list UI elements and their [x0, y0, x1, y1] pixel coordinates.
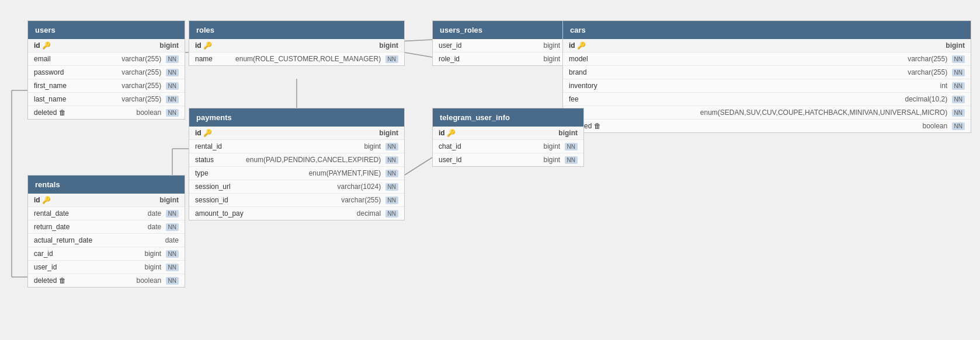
table-telegram-user-info: telegram_user_info id 🔑 bigint chat_id b…	[432, 108, 584, 167]
table-row: model varchar(255) NN	[563, 52, 971, 66]
table-row: id 🔑 bigint	[28, 39, 185, 52]
table-row: session_url varchar(1024) NN	[189, 180, 404, 194]
table-roles-header: roles	[189, 21, 404, 39]
table-row: type enum(PAYMENT,FINE) NN	[189, 167, 404, 180]
table-users: users id 🔑 bigint email varchar(255) NN …	[27, 20, 185, 120]
table-telegram-user-info-header: telegram_user_info	[433, 108, 583, 127]
table-row: deleted 🗑 boolean NN	[28, 106, 185, 119]
table-row: fee decimal(10,2) NN	[563, 93, 971, 106]
table-cars: cars id 🔑 bigint model varchar(255) NN b…	[562, 20, 971, 133]
table-row: first_name varchar(255) NN	[28, 79, 185, 93]
table-row: actual_return_date date	[28, 234, 185, 247]
table-row: status enum(PAID,PENDING,CANCEL,EXPIRED)…	[189, 153, 404, 167]
table-row: user_id bigint NN	[433, 153, 583, 166]
table-rentals-header: rentals	[28, 176, 185, 194]
table-roles: roles id 🔑 bigint name enum(ROLE_CUSTOME…	[189, 20, 405, 66]
table-row: id 🔑 bigint	[28, 194, 185, 207]
table-users-roles-header: users_roles	[433, 21, 583, 39]
table-payments-header: payments	[189, 108, 404, 127]
table-row: car_id bigint NN	[28, 247, 185, 261]
table-row: id 🔑 bigint	[563, 39, 971, 52]
table-row: brand varchar(255) NN	[563, 66, 971, 79]
table-row: rental_date date NN	[28, 207, 185, 220]
table-row: user_id bigint NN	[433, 39, 583, 52]
table-row: name enum(ROLE_CUSTOMER,ROLE_MANAGER) NN	[189, 52, 404, 65]
table-row: id 🔑 bigint	[189, 127, 404, 140]
table-row: return_date date NN	[28, 220, 185, 234]
table-row: amount_to_pay decimal NN	[189, 207, 404, 220]
table-row: type enum(SEDAN,SUV,CUV,COUPE,HATCHBACK,…	[563, 106, 971, 120]
svg-line-6	[405, 157, 432, 175]
table-row: id 🔑 bigint	[433, 127, 583, 140]
table-row: email varchar(255) NN	[28, 52, 185, 66]
table-row: last_name varchar(255) NN	[28, 93, 185, 106]
table-row: deleted 🗑 boolean NN	[28, 274, 185, 287]
table-rentals: rentals id 🔑 bigint rental_date date NN …	[27, 175, 185, 288]
er-diagram-canvas: users id 🔑 bigint email varchar(255) NN …	[0, 0, 980, 340]
table-row: rental_id bigint NN	[189, 140, 404, 153]
table-row: user_id bigint NN	[28, 261, 185, 274]
table-row: role_id bigint NN	[433, 52, 583, 65]
svg-line-1	[405, 52, 432, 57]
table-row: password varchar(255) NN	[28, 66, 185, 79]
table-users-header: users	[28, 21, 185, 39]
table-row: id 🔑 bigint	[189, 39, 404, 52]
table-row: deleted 🗑 boolean NN	[563, 120, 971, 132]
table-payments: payments id 🔑 bigint rental_id bigint NN…	[189, 108, 405, 220]
table-row: session_id varchar(255) NN	[189, 194, 404, 207]
table-row: inventory int NN	[563, 79, 971, 93]
table-cars-header: cars	[563, 21, 971, 39]
table-users-roles: users_roles user_id bigint NN role_id bi…	[432, 20, 584, 66]
table-row: chat_id bigint NN	[433, 140, 583, 153]
